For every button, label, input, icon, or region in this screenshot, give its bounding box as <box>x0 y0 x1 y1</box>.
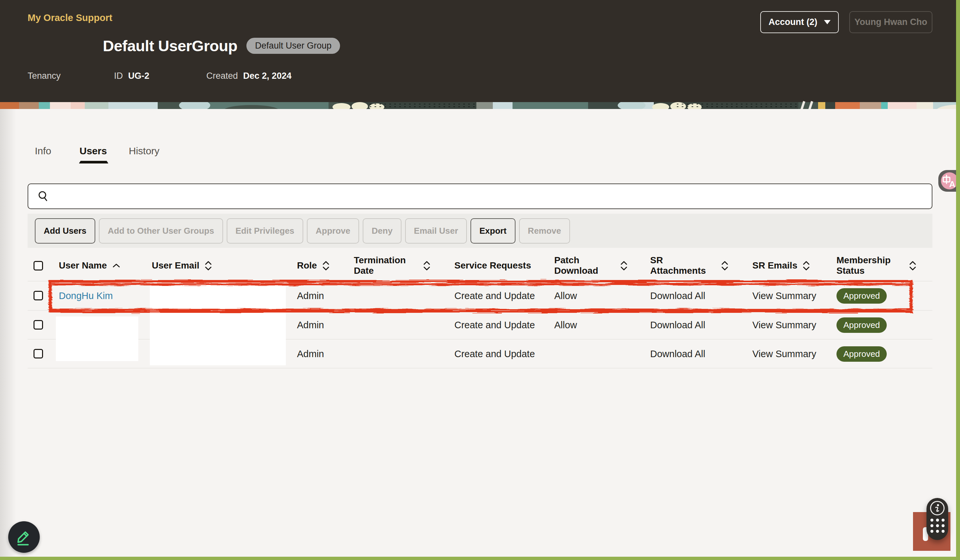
sr-attachments-cell: Download All <box>650 311 706 340</box>
pencil-icon <box>13 526 35 548</box>
approve-button[interactable]: Approve <box>307 218 359 244</box>
membership-status-badge: Approved <box>837 288 887 304</box>
role-cell: Admin <box>297 340 324 368</box>
id-value: UG-2 <box>128 71 149 81</box>
deny-button[interactable]: Deny <box>363 218 402 244</box>
translate-icon: A <box>941 172 958 190</box>
decorative-dots <box>675 103 798 108</box>
created-value: Dec 2, 2024 <box>243 71 291 81</box>
membership-status-badge: Approved <box>837 346 887 362</box>
service-requests-cell: Create and Update <box>454 311 535 340</box>
actions-toolbar: Add Users Add to Other User Groups Edit … <box>27 214 933 248</box>
apps-grid-icon[interactable] <box>930 519 944 533</box>
redaction-box-email <box>150 283 286 365</box>
column-sr-attachments[interactable]: SR Attachments <box>650 250 728 281</box>
user-button[interactable]: Young Hwan Cho <box>849 11 933 33</box>
page: My Oracle Support Account (2) Young Hwan… <box>0 0 960 560</box>
sort-icon <box>205 261 212 270</box>
tab-users[interactable]: Users <box>80 145 107 156</box>
row-checkbox[interactable] <box>34 291 43 300</box>
screen-share-border-bottom <box>0 557 960 560</box>
decorative-dots <box>368 103 477 108</box>
sr-emails-cell: View Summary <box>752 340 816 368</box>
column-membership-status[interactable]: Membership Status <box>837 250 916 281</box>
row-checkbox[interactable] <box>34 349 43 359</box>
tab-info[interactable]: Info <box>35 145 51 156</box>
service-requests-cell: Create and Update <box>454 340 535 368</box>
sort-icon <box>423 261 430 270</box>
select-all-checkbox[interactable] <box>34 261 43 270</box>
column-service-requests[interactable]: Service Requests <box>454 250 531 281</box>
column-role[interactable]: Role <box>297 250 330 281</box>
row-checkbox[interactable] <box>34 320 43 330</box>
user-button-label: Young Hwan Cho <box>854 17 927 27</box>
patch-download-cell: Allow <box>554 281 577 310</box>
user-name-link[interactable]: DongHu Kim <box>59 290 113 302</box>
membership-status-badge: Approved <box>837 317 887 333</box>
redaction-box-name <box>56 316 138 361</box>
tenancy-label: Tenancy <box>27 71 61 81</box>
service-requests-cell: Create and Update <box>454 281 535 310</box>
add-users-button[interactable]: Add Users <box>35 218 95 244</box>
sort-icon <box>721 261 728 270</box>
sr-emails-cell: View Summary <box>752 281 816 310</box>
export-button[interactable]: Export <box>470 218 515 244</box>
column-user-email[interactable]: User Email <box>152 250 212 281</box>
sort-icon <box>322 261 330 270</box>
tab-history[interactable]: History <box>129 145 159 156</box>
chevron-down-icon <box>824 20 830 24</box>
info-icon[interactable] <box>930 501 944 515</box>
patch-download-cell: Allow <box>554 311 577 340</box>
page-title: Default UserGroup <box>103 37 237 55</box>
decorative-banner <box>0 102 960 109</box>
sort-icon <box>803 261 810 270</box>
header: My Oracle Support Account (2) Young Hwan… <box>0 0 960 102</box>
column-termination-date[interactable]: Termination Date <box>354 250 430 281</box>
remove-button[interactable]: Remove <box>519 218 570 244</box>
add-to-other-user-groups-button[interactable]: Add to Other User Groups <box>99 218 223 244</box>
column-sr-emails[interactable]: SR Emails <box>752 250 810 281</box>
sort-icon <box>909 261 916 270</box>
edit-fab-button[interactable] <box>8 521 40 553</box>
sr-attachments-cell: Download All <box>650 281 706 310</box>
search-bar[interactable] <box>27 183 933 209</box>
search-icon <box>37 190 49 202</box>
edit-privileges-button[interactable]: Edit Privileges <box>227 218 303 244</box>
column-patch-download[interactable]: Patch Download <box>554 250 627 281</box>
help-widget[interactable] <box>926 498 948 540</box>
table-header: User Name User Email Role Termination Da… <box>27 250 933 281</box>
search-input[interactable] <box>56 191 932 201</box>
id-label: ID <box>114 71 123 81</box>
column-user-name[interactable]: User Name <box>59 250 121 281</box>
role-cell: Admin <box>297 281 324 310</box>
screen-share-border-right <box>956 0 960 560</box>
email-user-button[interactable]: Email User <box>405 218 467 244</box>
sort-ascending-icon <box>112 263 121 268</box>
account-dropdown-label: Account (2) <box>768 17 818 27</box>
svg-text:A: A <box>949 179 955 188</box>
brand-title: My Oracle Support <box>27 13 112 23</box>
usergroup-badge: Default User Group <box>246 38 340 54</box>
active-tab-indicator <box>79 161 109 163</box>
header-meta: Tenancy IDUG-2 CreatedDec 2, 2024 <box>0 71 960 84</box>
sr-attachments-cell: Download All <box>650 340 706 368</box>
created-label: Created <box>206 71 238 81</box>
sort-icon <box>620 261 627 270</box>
sr-emails-cell: View Summary <box>752 311 816 340</box>
role-cell: Admin <box>297 311 324 340</box>
account-dropdown-button[interactable]: Account (2) <box>760 11 839 33</box>
